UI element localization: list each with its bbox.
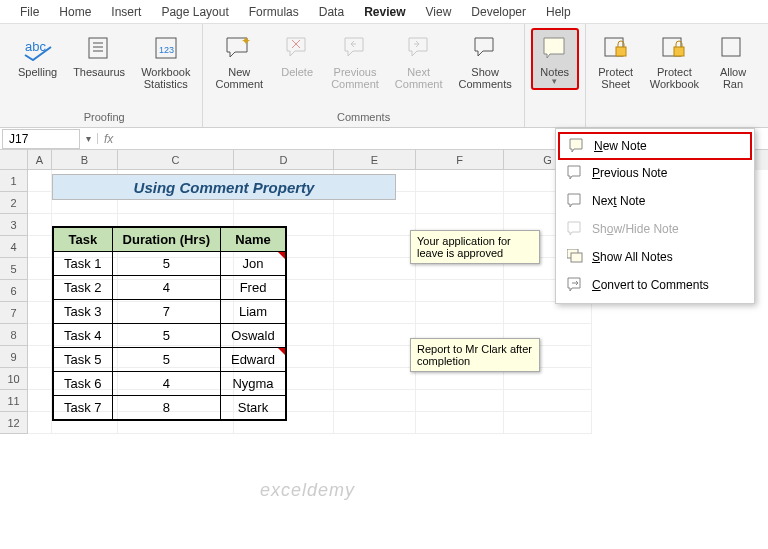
cell-duration[interactable]: 4 xyxy=(112,372,220,396)
previous-comment-icon xyxy=(339,32,371,64)
table-row: Task 24Fred xyxy=(53,276,286,300)
menu-show-all-notes[interactable]: Show All Notes xyxy=(556,243,754,271)
showhide-note-icon xyxy=(566,220,584,238)
cell-name[interactable]: Liam xyxy=(220,300,286,324)
row-head-11[interactable]: 11 xyxy=(0,390,28,412)
cell-duration[interactable]: 5 xyxy=(112,348,220,372)
tab-help[interactable]: Help xyxy=(536,2,581,22)
tab-data[interactable]: Data xyxy=(309,2,354,22)
table-row: Task 37Liam xyxy=(53,300,286,324)
thesaurus-button[interactable]: Thesaurus xyxy=(67,28,131,82)
title-cell[interactable]: Using Comment Property xyxy=(52,174,396,200)
menu-convert-to-comments[interactable]: Convert to Comments xyxy=(556,271,754,299)
next-note-icon xyxy=(566,192,584,210)
table-row: Task 15Jon xyxy=(53,252,286,276)
cell-name[interactable]: Fred xyxy=(220,276,286,300)
row-head-7[interactable]: 7 xyxy=(0,302,28,324)
cell-task[interactable]: Task 6 xyxy=(53,372,112,396)
col-head-a[interactable]: A xyxy=(28,150,52,170)
menu-next-note[interactable]: Next Note xyxy=(556,187,754,215)
protect-sheet-button[interactable]: Protect Sheet xyxy=(592,28,640,94)
tab-page-layout[interactable]: Page Layout xyxy=(151,2,238,22)
delete-comment-button: Delete xyxy=(273,28,321,82)
notes-dropdown: New Note Previous Note Next Note Show/Hi… xyxy=(555,128,755,304)
tab-view[interactable]: View xyxy=(416,2,462,22)
row-head-4[interactable]: 4 xyxy=(0,236,28,258)
workbook-stats-icon: 123 xyxy=(150,32,182,64)
note-2: Report to Mr Clark after completion xyxy=(410,338,540,372)
spelling-button[interactable]: abc Spelling xyxy=(12,28,63,82)
cell-duration[interactable]: 8 xyxy=(112,396,220,421)
note-indicator-icon[interactable] xyxy=(278,252,285,259)
table-row: Task 55Edward xyxy=(53,348,286,372)
watermark: exceldemy xyxy=(260,480,355,501)
show-comments-button[interactable]: Show Comments xyxy=(453,28,518,94)
row-head-8[interactable]: 8 xyxy=(0,324,28,346)
ribbon: abc Spelling Thesaurus 123 Workbook Stat… xyxy=(0,24,768,128)
previous-note-icon xyxy=(566,164,584,182)
ribbon-group-comments: ✦ New Comment Delete Previous Comment Ne… xyxy=(203,24,524,127)
cell-task[interactable]: Task 7 xyxy=(53,396,112,421)
cell-duration[interactable]: 4 xyxy=(112,276,220,300)
row-head-2[interactable]: 2 xyxy=(0,192,28,214)
cell-task[interactable]: Task 2 xyxy=(53,276,112,300)
menu-previous-note[interactable]: Previous Note xyxy=(556,159,754,187)
tab-formulas[interactable]: Formulas xyxy=(239,2,309,22)
row-head-1[interactable]: 1 xyxy=(0,170,28,192)
col-head-c[interactable]: C xyxy=(118,150,234,170)
table-row: Task 78Stark xyxy=(53,396,286,421)
cell-duration[interactable]: 5 xyxy=(112,324,220,348)
row-head-6[interactable]: 6 xyxy=(0,280,28,302)
new-note-icon xyxy=(568,137,586,155)
col-head-f[interactable]: F xyxy=(416,150,504,170)
cell-name[interactable]: Oswald xyxy=(220,324,286,348)
spelling-icon: abc xyxy=(22,32,54,64)
row-head-3[interactable]: 3 xyxy=(0,214,28,236)
table-row: Task 45Oswald xyxy=(53,324,286,348)
cell-task[interactable]: Task 1 xyxy=(53,252,112,276)
row-head-9[interactable]: 9 xyxy=(0,346,28,368)
fx-icon[interactable]: fx xyxy=(98,132,119,146)
row-head-10[interactable]: 10 xyxy=(0,368,28,390)
tab-home[interactable]: Home xyxy=(49,2,101,22)
show-all-notes-icon xyxy=(566,248,584,266)
header-name[interactable]: Name xyxy=(220,227,286,252)
tab-insert[interactable]: Insert xyxy=(101,2,151,22)
allow-ranges-button[interactable]: Allow Ran xyxy=(709,28,757,94)
protect-sheet-icon xyxy=(600,32,632,64)
row-head-12[interactable]: 12 xyxy=(0,412,28,434)
cell-duration[interactable]: 7 xyxy=(112,300,220,324)
protect-workbook-button[interactable]: Protect Workbook xyxy=(644,28,705,94)
new-comment-icon: ✦ xyxy=(223,32,255,64)
cell-name[interactable]: Jon xyxy=(220,252,286,276)
note-indicator-icon[interactable] xyxy=(278,348,285,355)
cell-name[interactable]: Stark xyxy=(220,396,286,421)
svg-text:123: 123 xyxy=(159,45,174,55)
ribbon-group-proofing: abc Spelling Thesaurus 123 Workbook Stat… xyxy=(6,24,203,127)
tab-review[interactable]: Review xyxy=(354,2,415,22)
col-head-e[interactable]: E xyxy=(334,150,416,170)
select-all-corner[interactable] xyxy=(0,150,28,170)
menu-new-note[interactable]: New Note xyxy=(558,132,752,160)
cell-name[interactable]: Nygma xyxy=(220,372,286,396)
col-head-d[interactable]: D xyxy=(234,150,334,170)
cell-task[interactable]: Task 3 xyxy=(53,300,112,324)
notes-button[interactable]: Notes ▾ xyxy=(531,28,579,90)
name-box[interactable]: J17 xyxy=(2,129,80,149)
table-row: Task 64Nygma xyxy=(53,372,286,396)
cell-duration[interactable]: 5 xyxy=(112,252,220,276)
name-box-dropdown[interactable]: ▾ xyxy=(80,133,98,144)
cell-task[interactable]: Task 5 xyxy=(53,348,112,372)
tab-file[interactable]: File xyxy=(10,2,49,22)
previous-comment-button: Previous Comment xyxy=(325,28,385,94)
header-duration[interactable]: Duration (Hrs) xyxy=(112,227,220,252)
notes-icon xyxy=(539,32,571,64)
header-task[interactable]: Task xyxy=(53,227,112,252)
tab-developer[interactable]: Developer xyxy=(461,2,536,22)
workbook-stats-button[interactable]: 123 Workbook Statistics xyxy=(135,28,196,94)
cell-name[interactable]: Edward xyxy=(220,348,286,372)
new-comment-button[interactable]: ✦ New Comment xyxy=(209,28,269,94)
cell-task[interactable]: Task 4 xyxy=(53,324,112,348)
row-head-5[interactable]: 5 xyxy=(0,258,28,280)
col-head-b[interactable]: B xyxy=(52,150,118,170)
